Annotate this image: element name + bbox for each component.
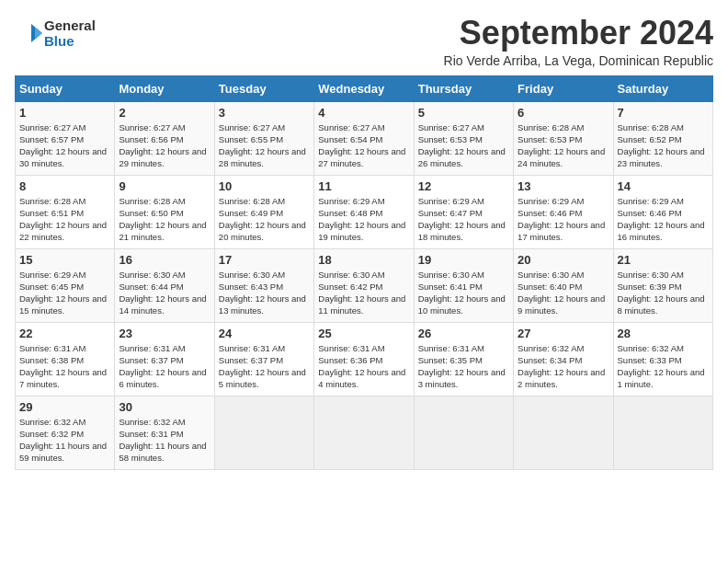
day-number: 10 [219, 179, 310, 193]
day-number: 25 [318, 327, 409, 340]
day-number: 27 [518, 327, 609, 340]
day-info: Sunrise: 6:29 AMSunset: 6:47 PMDaylight:… [418, 196, 506, 243]
calendar-row: 8 Sunrise: 6:28 AMSunset: 6:51 PMDayligh… [16, 175, 713, 248]
day-info: Sunrise: 6:28 AMSunset: 6:50 PMDaylight:… [119, 196, 206, 243]
day-info: Sunrise: 6:29 AMSunset: 6:48 PMDaylight:… [318, 196, 405, 243]
table-row: 15 Sunrise: 6:29 AMSunset: 6:45 PMDaylig… [16, 248, 115, 322]
svg-marker-1 [35, 28, 42, 39]
header: General Blue September 2024 Rio Verde Ar… [15, 15, 713, 68]
table-row: 14 Sunrise: 6:29 AMSunset: 6:46 PMDaylig… [613, 175, 712, 248]
day-number: 6 [518, 106, 609, 120]
day-info: Sunrise: 6:27 AMSunset: 6:55 PMDaylight:… [219, 122, 306, 169]
table-row: 17 Sunrise: 6:30 AMSunset: 6:43 PMDaylig… [214, 248, 313, 322]
table-row: 30 Sunrise: 6:32 AMSunset: 6:31 PMDaylig… [115, 396, 214, 469]
day-number: 22 [19, 327, 110, 340]
table-row: 13 Sunrise: 6:29 AMSunset: 6:46 PMDaylig… [514, 175, 613, 248]
day-number: 4 [318, 106, 409, 120]
day-info: Sunrise: 6:27 AMSunset: 6:57 PMDaylight:… [19, 122, 107, 169]
day-info: Sunrise: 6:30 AMSunset: 6:44 PMDaylight:… [119, 270, 206, 316]
table-row [214, 396, 313, 469]
table-row: 23 Sunrise: 6:31 AMSunset: 6:37 PMDaylig… [115, 322, 214, 396]
day-number: 18 [318, 253, 409, 267]
day-number: 5 [418, 106, 509, 120]
header-sunday: Sunday [16, 75, 115, 101]
day-info: Sunrise: 6:31 AMSunset: 6:36 PMDaylight:… [318, 343, 405, 390]
table-row: 24 Sunrise: 6:31 AMSunset: 6:37 PMDaylig… [214, 322, 313, 396]
table-row: 12 Sunrise: 6:29 AMSunset: 6:47 PMDaylig… [414, 175, 513, 248]
table-row: 3 Sunrise: 6:27 AMSunset: 6:55 PMDayligh… [214, 101, 313, 175]
day-number: 11 [318, 179, 409, 193]
day-info: Sunrise: 6:32 AMSunset: 6:34 PMDaylight:… [518, 343, 605, 390]
header-saturday: Saturday [613, 75, 712, 101]
table-row [314, 396, 414, 469]
day-info: Sunrise: 6:28 AMSunset: 6:51 PMDaylight:… [19, 196, 107, 243]
table-row: 6 Sunrise: 6:28 AMSunset: 6:53 PMDayligh… [514, 101, 613, 175]
table-row [514, 396, 613, 469]
table-row: 1 Sunrise: 6:27 AMSunset: 6:57 PMDayligh… [16, 101, 115, 175]
logo-blue-text: Blue [44, 33, 96, 49]
calendar-row: 22 Sunrise: 6:31 AMSunset: 6:38 PMDaylig… [16, 322, 713, 396]
table-row: 11 Sunrise: 6:29 AMSunset: 6:48 PMDaylig… [314, 175, 414, 248]
table-row: 29 Sunrise: 6:32 AMSunset: 6:32 PMDaylig… [16, 396, 115, 469]
day-number: 19 [418, 253, 509, 267]
page-container: General Blue September 2024 Rio Verde Ar… [15, 15, 713, 470]
day-number: 26 [418, 327, 509, 340]
day-number: 8 [19, 179, 110, 193]
table-row [414, 396, 513, 469]
weekday-header-row: Sunday Monday Tuesday Wednesday Thursday… [16, 75, 713, 101]
table-row: 16 Sunrise: 6:30 AMSunset: 6:44 PMDaylig… [115, 248, 214, 322]
day-number: 30 [119, 400, 210, 414]
calendar-row: 15 Sunrise: 6:29 AMSunset: 6:45 PMDaylig… [16, 248, 713, 322]
day-info: Sunrise: 6:31 AMSunset: 6:37 PMDaylight:… [219, 343, 306, 390]
day-number: 28 [618, 327, 709, 340]
table-row: 18 Sunrise: 6:30 AMSunset: 6:42 PMDaylig… [314, 248, 414, 322]
table-row: 27 Sunrise: 6:32 AMSunset: 6:34 PMDaylig… [514, 322, 613, 396]
logo: General Blue [15, 15, 96, 52]
day-number: 29 [19, 400, 110, 414]
logo-general-text: General [44, 17, 96, 33]
day-number: 9 [119, 179, 210, 193]
day-number: 24 [219, 327, 310, 340]
day-info: Sunrise: 6:29 AMSunset: 6:46 PMDaylight:… [518, 196, 605, 243]
day-info: Sunrise: 6:27 AMSunset: 6:54 PMDaylight:… [318, 122, 405, 169]
table-row: 25 Sunrise: 6:31 AMSunset: 6:36 PMDaylig… [314, 322, 414, 396]
day-number: 12 [418, 179, 509, 193]
day-number: 17 [219, 253, 310, 267]
day-info: Sunrise: 6:27 AMSunset: 6:56 PMDaylight:… [119, 122, 206, 169]
day-info: Sunrise: 6:31 AMSunset: 6:35 PMDaylight:… [418, 343, 506, 390]
calendar-row: 1 Sunrise: 6:27 AMSunset: 6:57 PMDayligh… [16, 101, 713, 175]
day-number: 13 [518, 179, 609, 193]
day-info: Sunrise: 6:30 AMSunset: 6:42 PMDaylight:… [318, 270, 405, 316]
day-info: Sunrise: 6:28 AMSunset: 6:49 PMDaylight:… [219, 196, 306, 243]
table-row [613, 396, 712, 469]
day-info: Sunrise: 6:31 AMSunset: 6:38 PMDaylight:… [19, 343, 107, 390]
day-info: Sunrise: 6:30 AMSunset: 6:43 PMDaylight:… [219, 270, 306, 316]
day-number: 21 [618, 253, 709, 267]
day-info: Sunrise: 6:30 AMSunset: 6:40 PMDaylight:… [518, 270, 605, 316]
table-row: 19 Sunrise: 6:30 AMSunset: 6:41 PMDaylig… [414, 248, 513, 322]
table-row: 21 Sunrise: 6:30 AMSunset: 6:39 PMDaylig… [613, 248, 712, 322]
day-number: 23 [119, 327, 210, 340]
calendar-subtitle: Rio Verde Arriba, La Vega, Dominican Rep… [444, 53, 713, 68]
day-info: Sunrise: 6:29 AMSunset: 6:45 PMDaylight:… [19, 270, 107, 316]
day-info: Sunrise: 6:32 AMSunset: 6:32 PMDaylight:… [19, 417, 107, 464]
table-row: 7 Sunrise: 6:28 AMSunset: 6:52 PMDayligh… [613, 101, 712, 175]
day-number: 2 [119, 106, 210, 120]
day-info: Sunrise: 6:29 AMSunset: 6:46 PMDaylight:… [618, 196, 705, 243]
header-wednesday: Wednesday [314, 75, 414, 101]
day-number: 7 [618, 106, 709, 120]
day-info: Sunrise: 6:32 AMSunset: 6:31 PMDaylight:… [119, 417, 206, 464]
day-number: 15 [19, 253, 110, 267]
day-info: Sunrise: 6:30 AMSunset: 6:39 PMDaylight:… [618, 270, 705, 316]
day-info: Sunrise: 6:28 AMSunset: 6:52 PMDaylight:… [618, 122, 705, 169]
day-number: 1 [19, 106, 110, 120]
table-row: 9 Sunrise: 6:28 AMSunset: 6:50 PMDayligh… [115, 175, 214, 248]
table-row: 2 Sunrise: 6:27 AMSunset: 6:56 PMDayligh… [115, 101, 214, 175]
title-block: September 2024 Rio Verde Arriba, La Vega… [444, 15, 713, 68]
calendar-title: September 2024 [444, 15, 713, 52]
calendar-table: Sunday Monday Tuesday Wednesday Thursday… [15, 75, 713, 470]
logo-bird-icon [15, 15, 42, 52]
calendar-row: 29 Sunrise: 6:32 AMSunset: 6:32 PMDaylig… [16, 396, 713, 469]
table-row: 10 Sunrise: 6:28 AMSunset: 6:49 PMDaylig… [214, 175, 313, 248]
day-info: Sunrise: 6:31 AMSunset: 6:37 PMDaylight:… [119, 343, 206, 390]
